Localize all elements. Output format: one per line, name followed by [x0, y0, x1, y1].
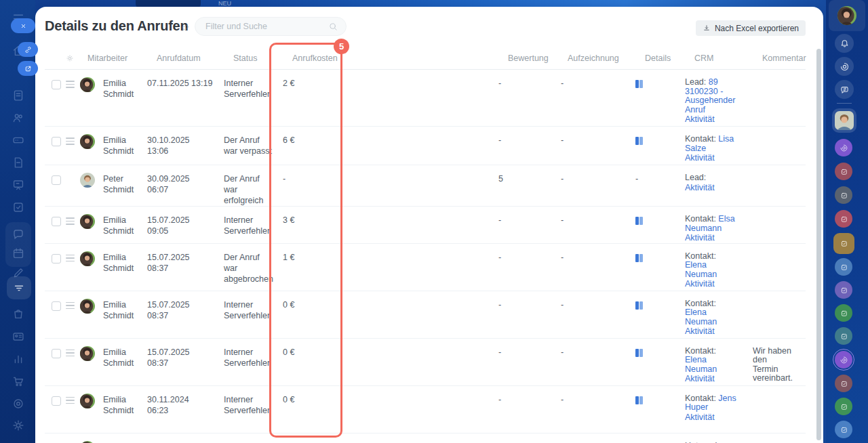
document-icon[interactable]: [11, 88, 26, 103]
row-checkbox[interactable]: [52, 217, 61, 226]
current-user-avatar[interactable]: [829, 0, 865, 31]
row-drag-handle-icon[interactable]: [66, 302, 75, 310]
copilot-chat-2[interactable]: [835, 351, 852, 368]
table-row: Emilia Schmidt15.07.2025 08:37Der Anruf …: [45, 244, 806, 291]
chat-sync-icon[interactable]: [835, 80, 854, 99]
task-chat-1[interactable]: [835, 163, 852, 180]
sidebar-item-filter-active[interactable]: [7, 276, 31, 299]
sidebar-divider: [837, 103, 852, 104]
row-drag-handle-icon[interactable]: [66, 81, 75, 88]
copilot-chat[interactable]: [835, 139, 852, 156]
search-icon[interactable]: [328, 22, 338, 32]
notifications-bell-icon[interactable]: [835, 34, 854, 53]
export-excel-button[interactable]: Nach Excel exportieren: [696, 20, 806, 36]
task-chat-7[interactable]: [835, 304, 852, 322]
table-settings-gear-icon[interactable]: [65, 54, 75, 63]
crm-cell: Lead:Aktivität: [678, 165, 746, 206]
drive-icon[interactable]: [11, 133, 26, 148]
row-checkbox[interactable]: [52, 301, 61, 311]
table-row: Emilia Schmidt23.11.2023 06:08Der Anruf …: [45, 434, 806, 443]
col-bewertung[interactable]: Bewertung: [508, 54, 549, 63]
col-details[interactable]: Details: [645, 54, 671, 63]
crm-activity-link[interactable]: Aktivität: [685, 115, 738, 125]
table-header: Mitarbeiter Anrufdatum Status Anrufkoste…: [45, 47, 806, 70]
link-button[interactable]: [18, 42, 38, 57]
row-drag-handle-icon[interactable]: [66, 255, 75, 262]
shop-bag-icon[interactable]: [11, 306, 26, 321]
gear-icon[interactable]: [11, 418, 26, 433]
col-kommentar[interactable]: Kommentar: [762, 54, 806, 63]
crm-activity-link[interactable]: Aktivität: [685, 327, 738, 337]
crm-activity-link[interactable]: Aktivität: [685, 375, 738, 384]
col-aufzeichnung[interactable]: Aufzeichnung: [568, 54, 619, 63]
call-status: Der Anruf war verpasst: [222, 127, 276, 165]
call-details-chart-icon[interactable]: [635, 301, 643, 310]
close-button[interactable]: [11, 18, 35, 33]
task-chat-5[interactable]: [835, 258, 852, 276]
call-rating: -: [492, 291, 553, 338]
crm-entity-link[interactable]: Elena Neuman: [685, 308, 717, 326]
task-chat-9[interactable]: [835, 375, 852, 392]
crm-activity-link[interactable]: Aktivität: [685, 234, 738, 243]
crm-activity-link[interactable]: Aktivität: [685, 154, 738, 163]
calendar-icon[interactable]: [11, 246, 26, 261]
table-row: Emilia Schmidt07.11.2025 13:19Interner S…: [45, 70, 806, 127]
call-date: 30.10.2025 13:06: [146, 127, 222, 165]
call-recording: -: [553, 165, 627, 206]
task-chat-2[interactable]: [835, 186, 852, 204]
copilot-icon[interactable]: [835, 57, 854, 76]
row-drag-handle-icon[interactable]: [66, 397, 75, 404]
crm-activity-link[interactable]: Aktivität: [685, 413, 738, 423]
cart-icon[interactable]: [11, 374, 26, 389]
row-drag-handle-icon[interactable]: [66, 217, 75, 225]
board-icon[interactable]: [11, 177, 26, 192]
task-chat-6[interactable]: [835, 281, 852, 299]
crm-activity-link[interactable]: Aktivität: [685, 280, 738, 289]
pin-icon[interactable]: [180, 23, 191, 33]
crm-activity-link[interactable]: Aktivität: [685, 184, 738, 193]
task-chat-4[interactable]: [833, 233, 854, 254]
call-recording: -: [553, 244, 627, 291]
task-chat-11[interactable]: [835, 421, 852, 438]
row-drag-handle-icon[interactable]: [66, 350, 75, 357]
chat-icon[interactable]: [11, 227, 26, 242]
vertical-scrollbar[interactable]: [816, 49, 821, 440]
users-icon[interactable]: [11, 110, 26, 125]
chat-peter[interactable]: [832, 108, 856, 133]
call-details-chart-icon[interactable]: [635, 254, 643, 262]
col-crm[interactable]: CRM: [694, 54, 713, 63]
main-panel: Details zu den Anrufen Nach Excel export…: [35, 7, 823, 443]
col-anrufdatum[interactable]: Anrufdatum: [157, 54, 201, 63]
target-icon[interactable]: [11, 396, 26, 411]
col-mitarbeiter[interactable]: Mitarbeiter: [87, 54, 127, 63]
call-details-chart-icon[interactable]: [635, 80, 643, 88]
employee-avatar: [80, 346, 95, 361]
crm-entity-link[interactable]: Elena Neuman: [685, 260, 717, 279]
call-rating: -: [492, 207, 553, 243]
call-details-chart-icon[interactable]: [635, 137, 643, 145]
call-details-chart-icon[interactable]: [635, 217, 643, 225]
row-checkbox[interactable]: [52, 80, 61, 89]
row-drag-handle-icon[interactable]: [66, 138, 75, 145]
row-checkbox[interactable]: [52, 175, 61, 185]
call-details-chart-icon[interactable]: [635, 349, 643, 357]
task-check-icon: [839, 379, 849, 389]
row-checkbox[interactable]: [52, 396, 61, 406]
task-chat-8[interactable]: [835, 327, 852, 345]
external-link-button[interactable]: [18, 61, 38, 76]
close-icon: [19, 22, 28, 30]
file-icon[interactable]: [11, 155, 26, 170]
row-checkbox[interactable]: [52, 349, 61, 358]
row-checkbox[interactable]: [52, 254, 61, 263]
id-card-icon[interactable]: [11, 329, 26, 344]
bar-chart-icon[interactable]: [11, 352, 26, 366]
task-chat-3[interactable]: [835, 210, 852, 228]
row-checkbox[interactable]: [52, 137, 61, 146]
col-status[interactable]: Status: [233, 54, 257, 63]
search-input[interactable]: [195, 22, 328, 31]
check-square-icon[interactable]: [11, 200, 26, 215]
task-chat-10[interactable]: [835, 398, 852, 415]
crm-entity-link[interactable]: Elena Neuman: [685, 355, 717, 374]
call-details-chart-icon[interactable]: [635, 396, 643, 404]
col-anrufkosten[interactable]: Anrufkosten: [292, 54, 338, 63]
